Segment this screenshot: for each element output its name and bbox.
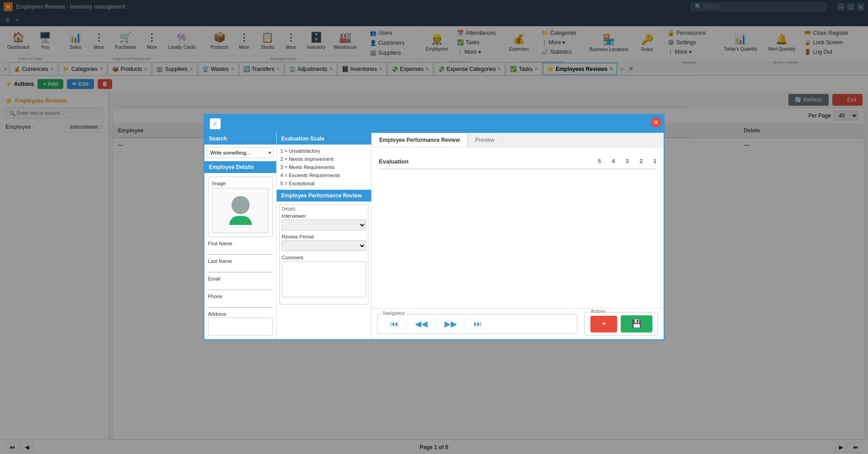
eval-scale-list: 1 = Unsatisfactory 2 = Needs Improvement… (277, 145, 371, 190)
navigator-group: Navigateur ⏮ ◀◀ ▶▶ ⏭ (377, 314, 577, 334)
emp-perf-header: Employee Performance Review (277, 190, 371, 201)
interviewer-form-group: Interviewer (282, 213, 366, 230)
evaluation-label: Evaluation (379, 158, 409, 165)
email-label: Email (208, 276, 273, 281)
modal-actions-group: Actions + 💾 (585, 312, 658, 336)
perf-review-content: Evaluation 5 4 3 2 1 (372, 147, 664, 308)
review-period-form-group: Review Period (282, 234, 366, 251)
eval-scores: 5 4 3 2 1 (598, 158, 656, 165)
eval-table-header: Evaluation 5 4 3 2 1 (379, 154, 656, 169)
comment-form-group: Comment (282, 255, 366, 299)
first-name-field: First Name (208, 241, 273, 255)
interviewer-field-label: Interviewer (282, 213, 366, 219)
first-name-label: First Name (208, 241, 273, 246)
modal-add-button[interactable]: + (590, 316, 617, 332)
modal-footer: Navigateur ⏮ ◀◀ ▶▶ ⏭ Actions + 💾 (372, 308, 664, 339)
navigator-label: Navigateur (381, 311, 406, 316)
modal-actions-label: Actions (589, 309, 607, 314)
details-label: Details (282, 206, 366, 211)
review-period-select[interactable] (282, 240, 366, 251)
nav-next-button[interactable]: ▶▶ (437, 317, 465, 331)
email-field: Email (208, 276, 273, 290)
score-3: 3 (626, 158, 629, 165)
eval-scale-header: Evaluation Scale (277, 133, 371, 145)
modal-search-row: ▾ (204, 145, 276, 161)
interviewer-select[interactable] (282, 220, 366, 230)
modal-employee-details-header: Employee Details (204, 161, 276, 173)
modal-search-dropdown-icon[interactable]: ▾ (267, 148, 273, 158)
score-5: 5 (598, 158, 601, 165)
first-name-input[interactable] (208, 247, 273, 255)
last-name-field: Last Name (208, 258, 273, 272)
modal-save-button[interactable]: 💾 (621, 315, 652, 332)
modal: ✓ ✕ Search ▾ Employee Details Image (203, 114, 665, 340)
modal-check-icon: ✓ (210, 118, 221, 129)
modal-header: ✓ (204, 115, 664, 133)
comment-label: Comment (282, 255, 366, 260)
image-box (212, 188, 269, 233)
address-label: Address (208, 311, 273, 317)
phone-field: Phone (208, 294, 273, 308)
eval-item-4: 4 = Exceeds Requirements (280, 173, 368, 178)
phone-input[interactable] (208, 300, 273, 308)
comment-textarea[interactable] (282, 261, 366, 297)
phone-label: Phone (208, 294, 273, 299)
modal-search-header: Search (204, 133, 276, 145)
avatar-body (229, 216, 252, 225)
perf-tab-review[interactable]: Employee Performance Review (372, 133, 467, 147)
eval-item-1: 1 = Unsatisfactory (280, 148, 368, 154)
modal-body: Search ▾ Employee Details Image (204, 133, 664, 339)
modal-close-button[interactable]: ✕ (651, 117, 661, 127)
perf-tab-preview[interactable]: Preview (467, 133, 502, 147)
avatar-circle (231, 196, 250, 214)
score-4: 4 (612, 158, 615, 165)
review-period-field-label: Review Period (282, 234, 366, 239)
modal-employee-form: Image First Name Last Name (204, 173, 276, 339)
score-2: 2 (640, 158, 643, 165)
image-field: Image (208, 177, 273, 237)
modal-overlay: ✓ ✕ Search ▾ Employee Details Image (0, 0, 868, 454)
nav-first-button[interactable]: ⏮ (383, 318, 406, 331)
last-name-input[interactable] (208, 265, 273, 272)
modal-left-panel: Search ▾ Employee Details Image (204, 133, 277, 339)
modal-middle-panel: Evaluation Scale 1 = Unsatisfactory 2 = … (277, 133, 372, 339)
address-field: Address (208, 311, 273, 336)
nav-last-button[interactable]: ⏭ (467, 318, 489, 331)
eval-item-2: 2 = Needs Improvement (280, 156, 368, 162)
nav-prev-button[interactable]: ◀◀ (408, 317, 435, 331)
last-name-label: Last Name (208, 258, 273, 264)
modal-search-input[interactable] (208, 148, 267, 157)
email-input[interactable] (208, 282, 273, 290)
details-section: Details Interviewer Review Period (279, 204, 368, 304)
modal-right-panel: Employee Performance Review Preview Eval… (372, 133, 664, 339)
eval-item-5: 5 = Exceptional (280, 181, 368, 186)
score-1: 1 (653, 158, 656, 165)
perf-tabs: Employee Performance Review Preview (372, 133, 664, 147)
eval-item-3: 3 = Meets Requirements (280, 164, 368, 170)
address-input[interactable] (208, 318, 273, 336)
